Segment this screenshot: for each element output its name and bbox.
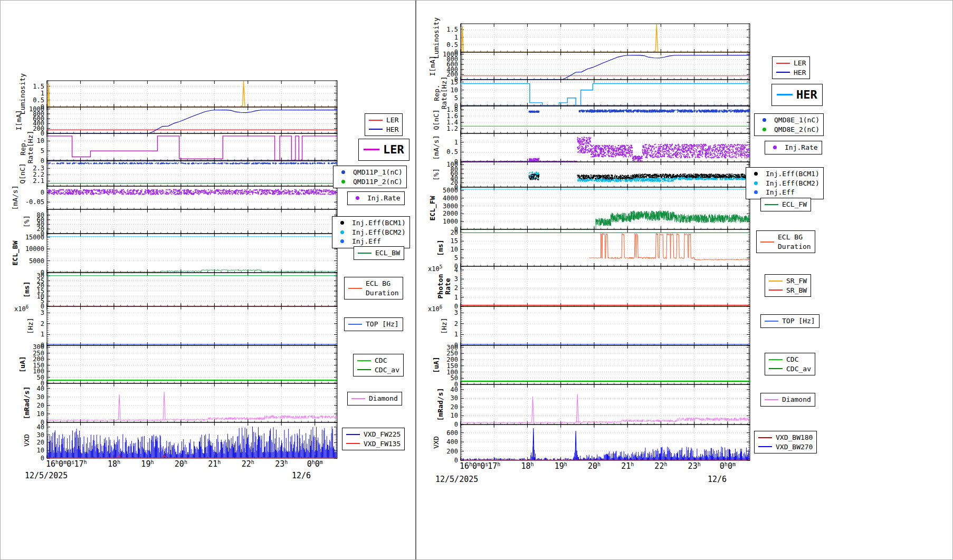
left-series-ms <box>47 276 337 306</box>
svg-text:[mA/s]: [mA/s] <box>11 186 19 210</box>
svg-text:-0.05: -0.05 <box>25 198 44 206</box>
svg-text:2: 2 <box>41 320 44 327</box>
svg-text:2000: 2000 <box>443 210 458 217</box>
svg-text:1: 1 <box>41 90 44 97</box>
svg-text:10000: 10000 <box>25 245 44 253</box>
charts-svg: 00.511.5Luminosity02004006008001000I[mA]… <box>1 1 953 560</box>
svg-text:Photon: Photon <box>436 274 444 299</box>
svg-text:1.5: 1.5 <box>33 83 44 90</box>
beam-background-monitor-window: 00.511.5Luminosity02004006008001000I[mA]… <box>0 0 953 560</box>
left-subplot-top: 0123[Hz]x106 <box>14 304 337 349</box>
svg-text:0: 0 <box>41 157 44 165</box>
svg-text:300: 300 <box>446 344 458 351</box>
svg-text:[%]: [%] <box>23 215 31 227</box>
svg-text:300: 300 <box>33 343 44 351</box>
svg-text:Rep.: Rep. <box>19 139 27 155</box>
svg-text:2.1: 2.1 <box>33 177 44 185</box>
svg-text:3: 3 <box>41 309 44 316</box>
right-series-current <box>461 55 750 80</box>
svg-text:ECL_BW: ECL_BW <box>11 240 20 265</box>
svg-text:[ms]: [ms] <box>436 239 444 256</box>
left-subplot-diamond: 010203040[mRad/s] <box>23 383 337 426</box>
svg-text:1.8: 1.8 <box>446 106 458 113</box>
svg-text:[uA]: [uA] <box>18 356 26 372</box>
svg-text:1000: 1000 <box>29 105 44 113</box>
svg-text:12/6: 12/6 <box>292 471 311 480</box>
svg-text:Rate: Rate <box>444 278 452 294</box>
right-panel-chart: 00.511.5Luminosity02004006008001000I[mA]… <box>428 17 750 484</box>
svg-text:12/6: 12/6 <box>708 475 727 484</box>
panel-divider <box>415 1 416 559</box>
svg-text:30: 30 <box>451 394 458 402</box>
left-subplot-vxd: 010203040VXD <box>23 422 337 462</box>
svg-text:18h: 18h <box>521 461 533 471</box>
svg-text:22h: 22h <box>654 461 667 471</box>
svg-text:[Hz]: [Hz] <box>440 317 448 334</box>
right-subplot-vxd: 0200400600VXD <box>432 424 750 464</box>
svg-text:[uA]: [uA] <box>432 356 440 373</box>
svg-text:0: 0 <box>454 421 458 428</box>
right-series-ms <box>461 233 750 260</box>
svg-text:0: 0 <box>454 457 458 464</box>
svg-text:10: 10 <box>451 246 458 253</box>
svg-text:1.4: 1.4 <box>446 119 458 126</box>
left-series-diamond <box>47 392 337 421</box>
svg-text:5: 5 <box>41 147 44 155</box>
svg-text:Rep.: Rep. <box>433 84 441 101</box>
svg-text:5: 5 <box>454 94 458 102</box>
svg-text:1: 1 <box>454 34 458 41</box>
svg-text:100: 100 <box>446 161 458 168</box>
right-series-injrate <box>460 137 750 162</box>
svg-text:VXD: VXD <box>23 434 31 447</box>
svg-text:2: 2 <box>454 284 458 292</box>
svg-text:17h: 17h <box>74 459 87 469</box>
svg-text:[ms]: [ms] <box>23 281 31 297</box>
svg-text:x105: x105 <box>428 264 442 273</box>
left-subplot-reprate: 0510Rep.Rate[Hz] <box>19 131 337 165</box>
svg-text:1.5: 1.5 <box>446 26 458 33</box>
svg-text:0.5: 0.5 <box>446 41 458 49</box>
svg-text:1: 1 <box>454 139 458 146</box>
svg-text:[mA/s]: [mA/s] <box>432 136 440 160</box>
svg-text:I[mA]: I[mA] <box>428 55 436 76</box>
svg-text:40: 40 <box>451 386 458 393</box>
right-subplot-diamond: 010203040[mRad/s] <box>436 384 750 428</box>
svg-text:3000: 3000 <box>443 202 458 210</box>
left-subplot-injrate: -0.050[mA/s] <box>11 186 338 210</box>
svg-text:20h: 20h <box>175 459 187 469</box>
svg-text:4000: 4000 <box>443 195 458 202</box>
svg-text:Luminosity: Luminosity <box>18 73 26 114</box>
left-subplot-cdc: 050100150200250300[uA] <box>18 343 337 387</box>
right-series-injeff <box>461 171 750 187</box>
svg-text:3: 3 <box>454 309 458 316</box>
svg-text:5: 5 <box>454 254 458 262</box>
right-subplot-top: 0123[Hz]x106 <box>428 304 750 349</box>
left-series-injrate <box>47 189 338 195</box>
svg-text:10: 10 <box>37 137 44 144</box>
svg-text:2.2: 2.2 <box>33 171 44 178</box>
right-subplot-ecl: 010002000300040005000ECL_FW <box>428 187 750 233</box>
svg-text:16h0m0s: 16h0m0s <box>46 459 74 469</box>
svg-text:Rate[Hz]: Rate[Hz] <box>440 76 448 110</box>
svg-text:19h: 19h <box>555 461 567 471</box>
left-subplot-ecl: 050001000015000ECL_BW <box>11 234 337 276</box>
svg-text:21h: 21h <box>621 461 634 471</box>
right-series-reprate <box>461 84 750 106</box>
svg-text:VXD: VXD <box>432 436 440 449</box>
right-subplot-injrate: 00.51[mA/s] <box>432 133 750 166</box>
svg-text:5000: 5000 <box>443 187 458 194</box>
svg-text:30: 30 <box>37 393 44 401</box>
svg-text:17h: 17h <box>488 461 500 471</box>
left-subplot-current: 02004006008001000I[mA] <box>15 105 337 137</box>
svg-text:10: 10 <box>451 412 458 419</box>
svg-text:15: 15 <box>451 79 458 86</box>
svg-text:23h: 23h <box>688 461 701 471</box>
right-series-diamond <box>461 394 750 423</box>
svg-text:[Hz]: [Hz] <box>26 317 34 334</box>
svg-text:0: 0 <box>41 455 44 462</box>
right-series-charge <box>461 109 750 126</box>
svg-text:[mRad/s]: [mRad/s] <box>436 388 444 421</box>
svg-text:16h0m0s: 16h0m0s <box>460 461 488 471</box>
right-series-lum <box>461 24 750 52</box>
svg-text:400: 400 <box>446 438 458 446</box>
